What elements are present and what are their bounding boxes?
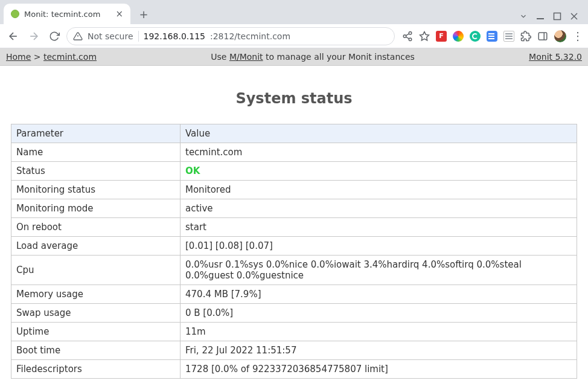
main-content: System status Parameter Value Nametecmin… bbox=[0, 66, 588, 389]
reload-button[interactable] bbox=[46, 28, 63, 45]
breadcrumb: Home > tecmint.com bbox=[6, 52, 97, 62]
svg-point-10 bbox=[409, 38, 412, 41]
value-cell: start bbox=[181, 218, 577, 237]
svg-line-12 bbox=[406, 33, 409, 35]
param-cell: Name bbox=[11, 143, 181, 162]
param-cell: On reboot bbox=[11, 218, 181, 237]
address-bar[interactable]: Not secure 192.168.0.115:2812/tecmint.co… bbox=[66, 27, 395, 45]
kebab-menu-icon[interactable]: ⋮ bbox=[572, 31, 583, 42]
share-icon[interactable] bbox=[402, 31, 413, 42]
value-cell: 0.0%usr 0.1%sys 0.0%nice 0.0%iowait 3.4%… bbox=[181, 256, 577, 285]
not-secure-label: Not secure bbox=[88, 31, 133, 41]
col-header-parameter: Parameter bbox=[11, 124, 181, 143]
col-header-value: Value bbox=[181, 124, 577, 143]
svg-point-9 bbox=[403, 34, 406, 37]
page-title: System status bbox=[11, 90, 577, 107]
param-cell: Boot time bbox=[11, 341, 181, 360]
value-cell: active bbox=[181, 199, 577, 218]
param-cell: Load average bbox=[11, 237, 181, 256]
breadcrumb-home-link[interactable]: Home bbox=[6, 52, 31, 62]
table-row: Cpu0.0%usr 0.1%sys 0.0%nice 0.0%iowait 3… bbox=[11, 256, 577, 285]
svg-line-11 bbox=[406, 37, 409, 39]
browser-toolbar: Not secure 192.168.0.115:2812/tecmint.co… bbox=[0, 24, 588, 48]
monit-version-link[interactable]: Monit 5.32.0 bbox=[529, 52, 582, 62]
table-row: Nametecmint.com bbox=[11, 143, 577, 162]
extension-flipboard-icon[interactable]: F bbox=[436, 31, 447, 42]
monit-msg-prefix: Use bbox=[211, 52, 229, 62]
window-controls bbox=[519, 12, 584, 24]
close-window-icon[interactable] bbox=[570, 12, 578, 21]
param-cell: Monitoring mode bbox=[11, 199, 181, 218]
browser-chrome: Monit: tecmint.com × + bbox=[0, 0, 588, 48]
svg-rect-14 bbox=[538, 33, 547, 40]
table-row: Uptime11m bbox=[11, 323, 577, 341]
tab-strip: Monit: tecmint.com × + bbox=[0, 0, 588, 24]
param-cell: Status bbox=[11, 162, 181, 181]
value-cell: 0 B [0.0%] bbox=[181, 304, 577, 323]
breadcrumb-host-link[interactable]: tecmint.com bbox=[43, 52, 97, 62]
extension-dictionary-icon[interactable] bbox=[503, 31, 514, 42]
monit-bar-message: Use M/Monit to manage all your Monit ins… bbox=[97, 52, 529, 62]
svg-rect-1 bbox=[554, 13, 561, 20]
param-cell: Swap usage bbox=[11, 304, 181, 323]
value-cell: 1728 [0.0% of 9223372036854775807 limit] bbox=[181, 360, 577, 379]
extension-rainbow-icon[interactable] bbox=[453, 31, 464, 42]
tab-title: Monit: tecmint.com bbox=[24, 10, 110, 19]
not-secure-icon bbox=[73, 31, 83, 41]
side-panel-icon[interactable] bbox=[537, 31, 548, 42]
table-row: Load average[0.01] [0.08] [0.07] bbox=[11, 237, 577, 256]
extension-todo-icon[interactable] bbox=[487, 31, 497, 42]
value-cell: OK bbox=[181, 162, 577, 181]
param-cell: Memory usage bbox=[11, 285, 181, 304]
svg-marker-13 bbox=[420, 31, 429, 40]
table-row: Monitoring modeactive bbox=[11, 199, 577, 218]
table-row: Monitoring statusMonitored bbox=[11, 181, 577, 199]
value-cell: tecmint.com bbox=[181, 143, 577, 162]
monit-msg-suffix: to manage all your Monit instances bbox=[263, 52, 415, 62]
address-host: 192.168.0.115 bbox=[144, 31, 205, 41]
mmonit-link[interactable]: M/Monit bbox=[229, 52, 263, 62]
tab-favicon bbox=[11, 10, 19, 18]
table-row: Memory usage470.4 MB [7.9%] bbox=[11, 285, 577, 304]
browser-tab[interactable]: Monit: tecmint.com × bbox=[4, 4, 130, 24]
address-separator bbox=[138, 31, 139, 42]
maximize-window-icon[interactable] bbox=[553, 12, 561, 21]
forward-button[interactable] bbox=[25, 28, 42, 45]
minimize-window-icon[interactable] bbox=[536, 12, 545, 21]
value-cell: 470.4 MB [7.9%] bbox=[181, 285, 577, 304]
extension-grammarly-icon[interactable] bbox=[470, 31, 481, 42]
address-path: :2812/tecmint.com bbox=[210, 31, 290, 41]
svg-rect-0 bbox=[537, 18, 544, 19]
value-cell: [0.01] [0.08] [0.07] bbox=[181, 237, 577, 256]
table-row: Filedescriptors1728 [0.0% of 92233720368… bbox=[11, 360, 577, 379]
monit-top-bar: Home > tecmint.com Use M/Monit to manage… bbox=[0, 48, 588, 66]
status-table: Parameter Value Nametecmint.comStatusOKM… bbox=[11, 124, 577, 379]
param-cell: Cpu bbox=[11, 256, 181, 285]
profile-avatar[interactable] bbox=[554, 30, 566, 42]
new-tab-button[interactable]: + bbox=[135, 5, 152, 22]
close-tab-icon[interactable]: × bbox=[115, 10, 123, 19]
table-row: On rebootstart bbox=[11, 218, 577, 237]
value-cell: 11m bbox=[181, 323, 577, 341]
svg-point-8 bbox=[409, 31, 412, 34]
value-cell: Fri, 22 Jul 2022 11:51:57 bbox=[181, 341, 577, 360]
back-button[interactable] bbox=[5, 28, 22, 45]
param-cell: Uptime bbox=[11, 323, 181, 341]
table-row: Boot timeFri, 22 Jul 2022 11:51:57 bbox=[11, 341, 577, 360]
param-cell: Filedescriptors bbox=[11, 360, 181, 379]
toolbar-actions: F ⋮ bbox=[398, 30, 583, 42]
value-cell: Monitored bbox=[181, 181, 577, 199]
bookmark-star-icon[interactable] bbox=[419, 31, 430, 42]
page-viewport[interactable]: Home > tecmint.com Use M/Monit to manage… bbox=[0, 48, 588, 389]
chevron-down-icon[interactable] bbox=[519, 12, 528, 21]
param-cell: Monitoring status bbox=[11, 181, 181, 199]
extensions-menu-icon[interactable] bbox=[520, 31, 531, 42]
breadcrumb-separator: > bbox=[31, 52, 43, 62]
status-badge: OK bbox=[185, 166, 200, 176]
table-row: Swap usage0 B [0.0%] bbox=[11, 304, 577, 323]
table-row: StatusOK bbox=[11, 162, 577, 181]
